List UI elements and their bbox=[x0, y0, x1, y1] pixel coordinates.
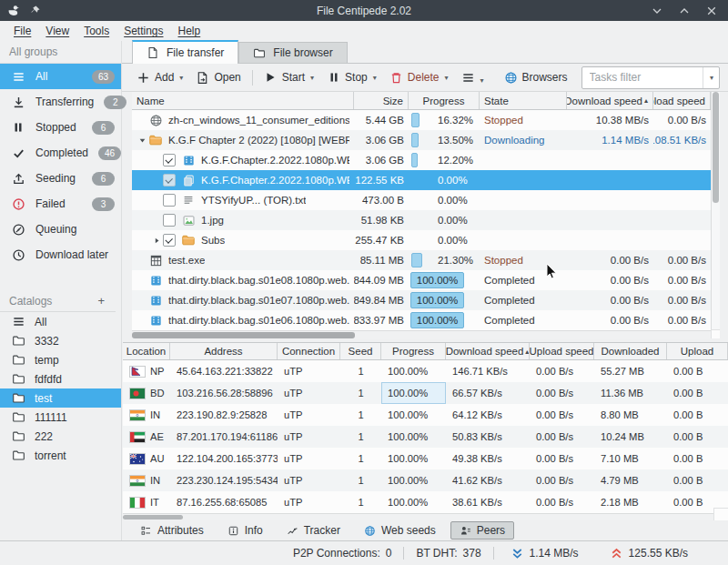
transfer-row[interactable]: 1.jpg51.98 KB0.00% bbox=[132, 210, 711, 230]
transfer-row[interactable]: YTSYifyUP... (TOR).txt473.00 B0.00% bbox=[132, 190, 711, 210]
tab-file-browser[interactable]: File browser bbox=[238, 42, 347, 63]
row-checkbox[interactable] bbox=[163, 214, 176, 227]
cell-name: K.G.F Chapter 2 (2022) [1080p] [WEBRip] … bbox=[132, 130, 354, 150]
more-menu-button[interactable]: ▾ bbox=[457, 68, 489, 87]
column-header-name[interactable]: Name bbox=[132, 92, 354, 109]
folder-icon bbox=[12, 410, 25, 424]
bottom-tab-info[interactable]: Info bbox=[218, 521, 272, 540]
delete-button[interactable]: Delete▾ bbox=[385, 68, 453, 87]
column-header-state[interactable]: State bbox=[480, 92, 567, 109]
row-checkbox[interactable] bbox=[163, 154, 176, 166]
expander-down-icon[interactable] bbox=[136, 136, 148, 145]
sidebar-item-completed[interactable]: Completed46 bbox=[0, 140, 121, 166]
menu-tools[interactable]: Tools bbox=[77, 23, 116, 39]
alert-icon bbox=[11, 197, 25, 211]
transfer-row[interactable]: K.G.F.Chapter.2.2022.1080p.WEBRip.x…3.06… bbox=[132, 150, 711, 170]
peer-row[interactable]: IN223.190.82.9:25828uTP1100.00%64.12 KB/… bbox=[123, 404, 728, 426]
cell-upload-speed bbox=[653, 170, 711, 190]
bottom-tab-tracker[interactable]: Tracker bbox=[278, 521, 349, 540]
horizontal-scrollbar[interactable] bbox=[123, 513, 728, 520]
horizontal-scrollbar[interactable] bbox=[132, 330, 711, 339]
sidebar-item-all[interactable]: All63 bbox=[0, 64, 121, 89]
sidebar-item-transferring[interactable]: Transferring2 bbox=[0, 89, 121, 115]
column-header-upload-speed[interactable]: Upload speed bbox=[530, 343, 594, 359]
catalog-item-test[interactable]: test bbox=[0, 388, 121, 408]
sidebar-item-download-later[interactable]: Download later bbox=[0, 242, 121, 267]
sidebar-item-seeding[interactable]: Seeding6 bbox=[0, 166, 121, 191]
catalog-item-fdfdfd[interactable]: fdfdfd bbox=[0, 369, 121, 388]
vertical-scrollbar[interactable] bbox=[711, 92, 720, 329]
column-header-downloaded[interactable]: Downloaded bbox=[594, 343, 667, 359]
bottom-tab-attributes[interactable]: Attributes bbox=[131, 521, 213, 540]
file-name: Subs bbox=[201, 235, 225, 246]
catalog-item-111111[interactable]: 111111 bbox=[0, 408, 121, 427]
sidebar-item-failed[interactable]: Failed3 bbox=[0, 191, 121, 217]
transfer-row[interactable]: zh-cn_windows_11_consumer_editions_upd…5… bbox=[132, 110, 711, 130]
column-header-progress[interactable]: Progress bbox=[409, 92, 480, 109]
bottom-tab-peers[interactable]: Peers bbox=[450, 521, 514, 540]
menu-view[interactable]: View bbox=[39, 23, 76, 39]
peer-row[interactable]: NP45.64.163.221:33822uTP1100.00%146.71 K… bbox=[123, 360, 728, 382]
column-header-location[interactable]: Location bbox=[123, 343, 170, 359]
cell-address: 223.190.82.9:25828 bbox=[170, 404, 278, 426]
minimize-button[interactable] bbox=[650, 4, 664, 18]
scrollbar-handle[interactable] bbox=[132, 332, 355, 338]
open-button[interactable]: Open bbox=[191, 68, 245, 87]
catalog-item-all[interactable]: All bbox=[0, 312, 121, 331]
column-header-upload-speed[interactable]: Upload speed bbox=[653, 92, 711, 109]
peer-row[interactable]: AU122.104.200.165:37738uTP1100.00%49.38 … bbox=[123, 448, 728, 469]
title-bar[interactable]: File Centipede 2.02 bbox=[0, 0, 728, 21]
menu-help[interactable]: Help bbox=[172, 23, 207, 39]
column-header-seed[interactable]: Seed bbox=[340, 343, 381, 359]
start-button[interactable]: Start▾ bbox=[259, 68, 318, 87]
transfer-row[interactable]: that.dirty.black.bag.s01e06.1080p.web.h2… bbox=[132, 310, 711, 330]
globe-icon bbox=[504, 71, 518, 85]
catalog-item-temp[interactable]: temp bbox=[0, 350, 121, 369]
add-button[interactable]: Add▾ bbox=[132, 68, 187, 87]
stop-button[interactable]: Stop▾ bbox=[322, 68, 381, 87]
column-header-upload[interactable]: Upload bbox=[667, 343, 728, 359]
catalog-item-3332[interactable]: 3332 bbox=[0, 331, 121, 350]
menu-file[interactable]: File bbox=[7, 23, 37, 39]
sidebar-item-queuing[interactable]: Queuing bbox=[0, 217, 121, 242]
bottom-tab-web-seeds[interactable]: Web seeds bbox=[355, 521, 445, 540]
close-button[interactable] bbox=[704, 4, 719, 18]
add-catalog-button[interactable]: + bbox=[96, 294, 106, 308]
column-header-download-speed[interactable]: Download speed▴ bbox=[446, 343, 530, 359]
transfer-row[interactable]: that.dirty.black.bag.s01e07.1080p.web.h2… bbox=[132, 290, 711, 310]
row-checkbox[interactable] bbox=[163, 234, 176, 247]
filter-dropdown-button[interactable]: ▾ bbox=[703, 67, 719, 88]
maximize-button[interactable] bbox=[677, 4, 692, 18]
pin-icon[interactable] bbox=[29, 5, 41, 16]
column-header-connection[interactable]: Connection bbox=[278, 343, 340, 359]
column-header-address[interactable]: Address bbox=[170, 343, 278, 359]
catalog-item-222[interactable]: 222 bbox=[0, 427, 121, 446]
browsers-button[interactable]: Browsers bbox=[500, 68, 572, 87]
scrollbar-handle[interactable] bbox=[713, 92, 719, 203]
cell-download-speed: 64.12 KB/s bbox=[446, 404, 530, 426]
peer-row[interactable]: AE87.201.170.194:61186uTP1100.00%50.83 K… bbox=[123, 426, 728, 448]
column-header-size[interactable]: Size bbox=[354, 92, 409, 109]
progress-text: 0.00% bbox=[438, 235, 468, 246]
transfer-row[interactable]: K.G.F Chapter 2 (2022) [1080p] [WEBRip] … bbox=[132, 130, 711, 150]
transfer-row[interactable]: test.exe85.11 MB21.30%Stopped0.00 B/s0.0… bbox=[132, 250, 711, 270]
scrollbar-handle[interactable] bbox=[123, 515, 183, 520]
tasks-filter-input[interactable] bbox=[582, 71, 703, 84]
row-checkbox[interactable] bbox=[163, 174, 176, 187]
catalog-item-torrent[interactable]: torrent bbox=[0, 446, 121, 465]
row-checkbox[interactable] bbox=[163, 194, 176, 207]
tab-file-transfer[interactable]: File transfer bbox=[132, 40, 238, 64]
transfer-row[interactable]: that.dirty.black.bag.s01e08.1080p.web.h2… bbox=[132, 270, 711, 290]
expander-right-icon[interactable] bbox=[151, 237, 163, 245]
column-header-download-speed[interactable]: Download speed▴ bbox=[567, 92, 653, 109]
column-header-label: Downloaded bbox=[602, 346, 660, 357]
menu-settings[interactable]: Settings bbox=[117, 23, 169, 39]
transfer-row[interactable]: K.G.F.Chapter.2.2022.1080p.WEBRip.x…122.… bbox=[132, 170, 711, 190]
transfer-row[interactable]: Subs255.47 KB0.00% bbox=[132, 230, 711, 250]
peer-row[interactable]: IN223.230.124.195:54348uTP1100.00%41.62 … bbox=[123, 469, 728, 491]
peer-row[interactable]: BD103.216.56.28:58896uTP1100.00%66.57 KB… bbox=[123, 382, 728, 404]
peer-row[interactable]: IT87.16.255.68:65085uTP1100.00%38.61 KB/… bbox=[123, 491, 728, 513]
sidebar-item-stopped[interactable]: Stopped6 bbox=[0, 115, 121, 140]
peers-icon bbox=[460, 525, 471, 537]
column-header-progress[interactable]: Progress bbox=[381, 343, 446, 359]
